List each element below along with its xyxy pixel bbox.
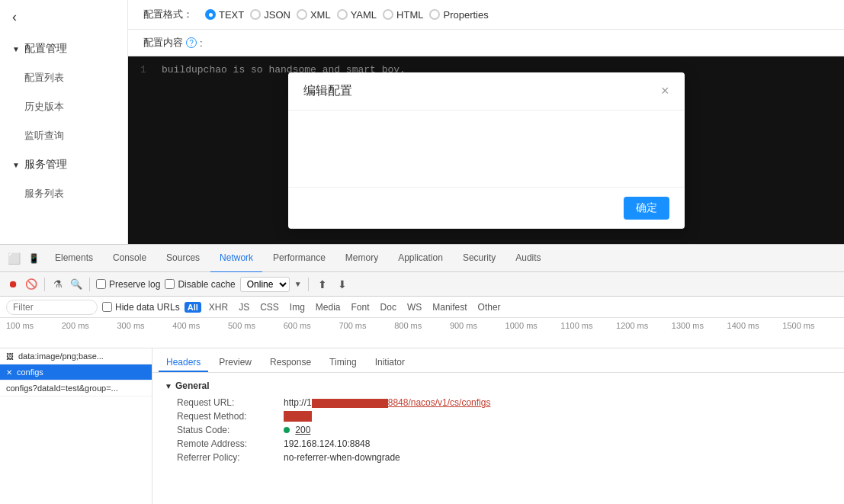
hide-data-urls-checkbox[interactable]: Hide data URLs xyxy=(102,302,180,313)
disable-cache-input[interactable] xyxy=(165,279,175,289)
format-properties[interactable]: Properties xyxy=(429,9,488,21)
modal-confirm-button[interactable]: 确定 xyxy=(624,197,669,220)
modal-close-button[interactable]: × xyxy=(661,84,669,98)
format-yaml-radio[interactable] xyxy=(337,9,348,20)
details-tab-preview[interactable]: Preview xyxy=(211,354,259,372)
details-panel: Headers Preview Response Timing Initiato… xyxy=(152,348,844,504)
sidebar-item-service-list[interactable]: 服务列表 xyxy=(0,179,127,208)
filter-all-badge[interactable]: All xyxy=(185,302,201,313)
tab-memory[interactable]: Memory xyxy=(336,244,387,273)
hide-data-urls-input[interactable] xyxy=(102,302,112,312)
filter-input[interactable] xyxy=(6,300,98,315)
format-properties-label: Properties xyxy=(443,9,488,21)
tl-1100: 1100 ms xyxy=(560,321,616,330)
sidebar-group-service-title[interactable]: ▼ 服务管理 xyxy=(0,150,127,179)
code-editor-pane: 1 buildupchao is so handsome and smart b… xyxy=(128,56,844,244)
filter-media[interactable]: Media xyxy=(313,302,344,313)
tl-1400: 1400 ms xyxy=(727,321,783,330)
search-icon[interactable]: 🔍 xyxy=(69,278,83,291)
format-properties-radio[interactable] xyxy=(429,9,440,20)
format-xml-radio[interactable] xyxy=(297,9,307,20)
modal-header: 编辑配置 × xyxy=(288,72,685,111)
content-label-colon: : xyxy=(200,37,203,49)
request-item-1[interactable]: ✕ configs xyxy=(0,364,152,380)
tab-security[interactable]: Security xyxy=(454,244,505,273)
back-button[interactable]: ‹ xyxy=(0,0,127,34)
tl-100: 100 ms xyxy=(6,321,62,330)
sidebar: ‹ ▼ 配置管理 配置列表 历史版本 监听查询 ▼ 服务管理 服务列表 xyxy=(0,0,128,244)
details-tab-headers[interactable]: Headers xyxy=(159,354,208,372)
format-text[interactable]: TEXT xyxy=(205,9,244,21)
tab-performance[interactable]: Performance xyxy=(264,244,335,273)
back-icon: ‹ xyxy=(12,9,17,24)
remote-address-key: Remote Address: xyxy=(177,438,284,449)
filter-css[interactable]: CSS xyxy=(257,302,282,313)
filter-font[interactable]: Font xyxy=(348,302,373,313)
format-json[interactable]: JSON xyxy=(250,9,290,21)
format-xml[interactable]: XML xyxy=(297,9,331,21)
filter-xhr[interactable]: XHR xyxy=(206,302,231,313)
filter-other[interactable]: Other xyxy=(475,302,504,313)
tab-console[interactable]: Console xyxy=(104,244,156,273)
throttle-arrow[interactable]: ▼ xyxy=(294,280,302,288)
tl-800: 800 ms xyxy=(394,321,450,330)
record-button[interactable]: ⏺ xyxy=(6,278,20,291)
format-text-radio[interactable] xyxy=(205,9,216,20)
request-1-cancel[interactable]: ✕ xyxy=(6,368,12,377)
content-label-row: 配置内容 ? : xyxy=(128,30,844,56)
format-yaml-label: YAML xyxy=(351,9,377,21)
details-tab-initiator[interactable]: Initiator xyxy=(367,354,412,372)
help-icon[interactable]: ? xyxy=(186,37,197,48)
format-text-label: TEXT xyxy=(219,9,244,21)
filter-icon[interactable]: ⚗ xyxy=(51,278,65,291)
tab-elements[interactable]: Elements xyxy=(46,244,102,273)
tab-audits[interactable]: Audits xyxy=(506,244,550,273)
tl-200: 200 ms xyxy=(62,321,117,330)
tab-sources[interactable]: Sources xyxy=(157,244,209,273)
tl-600: 600 ms xyxy=(284,321,339,330)
format-json-radio[interactable] xyxy=(250,9,261,20)
general-section-title[interactable]: ▼ General xyxy=(165,380,832,391)
format-html-label: HTML xyxy=(396,9,423,21)
tl-1200: 1200 ms xyxy=(616,321,672,330)
sidebar-group-config-title[interactable]: ▼ 配置管理 xyxy=(0,34,127,63)
filter-js[interactable]: JS xyxy=(236,302,252,313)
disable-cache-checkbox[interactable]: Disable cache xyxy=(165,279,235,290)
request-1-name: configs xyxy=(17,368,43,377)
request-item-2[interactable]: configs?dataId=test&group=... xyxy=(0,380,152,396)
devtools-inspect-icon[interactable]: ⬜ xyxy=(6,251,21,266)
sidebar-item-config-list[interactable]: 配置列表 xyxy=(0,63,127,92)
devtools-device-icon[interactable]: 📱 xyxy=(26,251,41,266)
tab-application[interactable]: Application xyxy=(389,244,452,273)
service-group-label: 服务管理 xyxy=(24,158,67,172)
throttle-select[interactable]: Online xyxy=(240,277,290,292)
format-yaml[interactable]: YAML xyxy=(337,9,377,21)
import-har-button[interactable]: ⬆ xyxy=(315,277,330,292)
details-tab-response[interactable]: Response xyxy=(262,354,319,372)
sidebar-item-history[interactable]: 历史版本 xyxy=(0,92,127,121)
clear-button[interactable]: 🚫 xyxy=(24,278,38,291)
details-tab-timing[interactable]: Timing xyxy=(322,354,364,372)
sidebar-group-config: ▼ 配置管理 配置列表 历史版本 监听查询 xyxy=(0,34,127,150)
right-content: 配置格式： TEXT JSON XML YAML xyxy=(128,0,844,244)
toolbar-sep-1 xyxy=(44,278,45,291)
details-content: ▼ General Request URL: http://18848/naco… xyxy=(152,373,844,504)
request-0-icon: 🖼 xyxy=(6,352,14,361)
preserve-log-input[interactable] xyxy=(96,279,106,289)
status-code-key: Status Code: xyxy=(177,425,284,435)
preserve-log-checkbox[interactable]: Preserve log xyxy=(96,279,160,290)
format-html-radio[interactable] xyxy=(383,9,393,20)
format-label: 配置格式： xyxy=(143,8,193,21)
sidebar-item-listener[interactable]: 监听查询 xyxy=(0,121,127,150)
export-har-button[interactable]: ⬇ xyxy=(335,277,350,292)
filter-img[interactable]: Img xyxy=(287,302,308,313)
request-method-row: Request Method: POST xyxy=(165,409,832,423)
request-item-0[interactable]: 🖼 data:image/png;base... xyxy=(0,348,152,364)
filter-manifest[interactable]: Manifest xyxy=(429,302,470,313)
modal-overlay: 编辑配置 × 确定 xyxy=(128,56,844,244)
format-html[interactable]: HTML xyxy=(383,9,423,21)
filter-doc[interactable]: Doc xyxy=(377,302,400,313)
remote-address-value: 192.168.124.10:8848 xyxy=(284,438,370,449)
tab-network[interactable]: Network xyxy=(210,244,262,273)
filter-ws[interactable]: WS xyxy=(404,302,425,313)
